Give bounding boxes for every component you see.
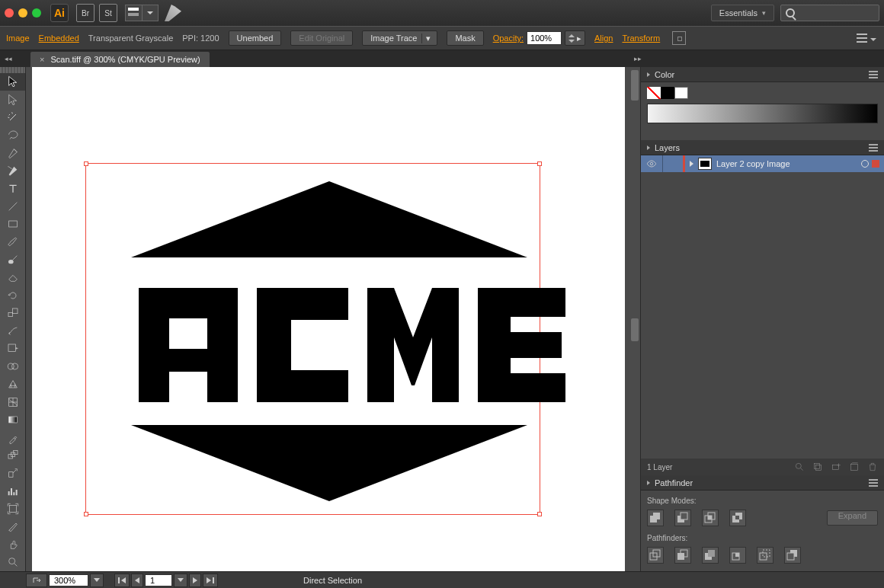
perspective-grid-tool[interactable] bbox=[0, 375, 25, 393]
symbol-sprayer-tool[interactable] bbox=[0, 465, 25, 482]
new-sublayer-icon[interactable] bbox=[831, 462, 841, 472]
opacity-step-button[interactable]: ▸ bbox=[565, 30, 585, 46]
unite-button[interactable] bbox=[647, 510, 664, 526]
white-swatch[interactable] bbox=[674, 87, 688, 99]
zoom-input[interactable]: 300% bbox=[49, 574, 88, 586]
chevron-down-icon[interactable]: ▾ bbox=[421, 34, 434, 43]
divide-button[interactable] bbox=[647, 547, 664, 564]
minus-front-button[interactable] bbox=[674, 510, 691, 526]
free-transform-tool[interactable] bbox=[0, 340, 25, 357]
selection-handle[interactable] bbox=[537, 512, 542, 516]
outline-button[interactable] bbox=[757, 547, 774, 564]
panel-header-color[interactable]: Color bbox=[641, 67, 884, 82]
search-icon[interactable] bbox=[794, 462, 805, 472]
new-layer-icon[interactable] bbox=[849, 462, 860, 472]
make-clipping-mask-icon[interactable] bbox=[812, 462, 823, 472]
minus-back-button[interactable] bbox=[784, 547, 801, 564]
scrollbar-thumb[interactable] bbox=[631, 70, 639, 101]
gradient-tool[interactable] bbox=[0, 411, 25, 429]
panel-menu-icon[interactable] bbox=[869, 144, 878, 152]
vertical-scrollbar[interactable] bbox=[629, 67, 640, 571]
panel-collapse-right-icon[interactable]: ▸▸ bbox=[634, 55, 642, 62]
zoom-tool[interactable] bbox=[0, 553, 25, 570]
shape-builder-tool[interactable] bbox=[0, 358, 25, 375]
document-tab[interactable]: × Scan.tiff @ 300% (CMYK/GPU Preview) bbox=[30, 52, 210, 67]
visibility-toggle[interactable] bbox=[645, 158, 658, 170]
panel-menu-icon[interactable] bbox=[869, 479, 878, 487]
exclude-button[interactable] bbox=[729, 510, 746, 526]
panel-menu-icon[interactable] bbox=[869, 71, 878, 78]
mask-button[interactable]: Mask bbox=[447, 30, 483, 46]
artboard[interactable] bbox=[32, 67, 625, 571]
panel-collapse-icon[interactable] bbox=[647, 481, 650, 485]
last-artboard-button[interactable] bbox=[203, 574, 218, 587]
align-link[interactable]: Align bbox=[594, 34, 613, 43]
merge-button[interactable] bbox=[702, 547, 719, 564]
mesh-tool[interactable] bbox=[0, 393, 25, 411]
unembed-button[interactable]: Unembed bbox=[229, 30, 282, 46]
crop-button[interactable] bbox=[729, 547, 746, 564]
close-icon[interactable]: × bbox=[40, 55, 44, 64]
lasso-tool[interactable] bbox=[0, 126, 25, 144]
artboard-dropdown[interactable] bbox=[174, 574, 187, 587]
eyedropper-tool[interactable] bbox=[0, 429, 25, 446]
hand-tool[interactable] bbox=[0, 535, 25, 553]
artboard-input[interactable]: 1 bbox=[145, 574, 172, 586]
stock-launch-button[interactable]: St bbox=[99, 4, 117, 22]
next-artboard-button[interactable] bbox=[189, 574, 201, 587]
minimize-window-button[interactable] bbox=[18, 8, 27, 18]
prev-artboard-button[interactable] bbox=[131, 574, 143, 587]
search-input[interactable] bbox=[780, 5, 879, 21]
panel-collapse-left-icon[interactable]: ◂◂ bbox=[5, 55, 12, 62]
slice-tool[interactable] bbox=[0, 518, 25, 535]
image-trace-button[interactable]: Image Trace ▾ bbox=[362, 30, 437, 46]
zoom-dropdown[interactable] bbox=[90, 574, 104, 587]
magic-wand-tool[interactable] bbox=[0, 109, 25, 126]
maximize-window-button[interactable] bbox=[32, 8, 41, 18]
layer-name[interactable]: Layer 2 copy Image bbox=[716, 159, 790, 168]
direct-selection-tool[interactable] bbox=[0, 91, 25, 108]
selection-handle[interactable] bbox=[84, 512, 88, 516]
scale-tool[interactable] bbox=[0, 304, 25, 321]
transform-link[interactable]: Transform bbox=[622, 34, 660, 43]
layer-row[interactable]: Layer 2 copy Image bbox=[641, 155, 884, 172]
type-tool[interactable] bbox=[0, 180, 25, 197]
rotate-tool[interactable] bbox=[0, 286, 25, 304]
first-artboard-button[interactable] bbox=[114, 574, 130, 587]
panel-header-layers[interactable]: Layers bbox=[641, 140, 884, 155]
curvature-tool[interactable] bbox=[0, 162, 25, 180]
paintbrush-tool[interactable] bbox=[0, 233, 25, 251]
line-tool[interactable] bbox=[0, 197, 25, 215]
canvas-area[interactable] bbox=[26, 67, 640, 571]
trim-button[interactable] bbox=[674, 547, 691, 564]
opacity-input[interactable]: 100% bbox=[527, 31, 562, 45]
toolbox-grip[interactable] bbox=[0, 67, 25, 73]
arrange-documents-button[interactable] bbox=[125, 5, 159, 21]
export-button[interactable] bbox=[26, 574, 47, 587]
pen-tool[interactable] bbox=[0, 144, 25, 161]
black-swatch[interactable] bbox=[661, 87, 674, 99]
intersect-button[interactable] bbox=[702, 510, 719, 526]
selection-tool[interactable] bbox=[0, 73, 25, 91]
blend-tool[interactable] bbox=[0, 446, 25, 464]
isolate-object-button[interactable] bbox=[672, 31, 686, 45]
panel-header-pathfinder[interactable]: Pathfinder bbox=[641, 475, 884, 491]
artboard-tool[interactable] bbox=[0, 500, 25, 517]
expand-layer-icon[interactable] bbox=[690, 161, 693, 167]
trash-icon[interactable] bbox=[867, 462, 878, 472]
column-graph-tool[interactable] bbox=[0, 482, 25, 500]
workspace-select[interactable]: Essentials ▾ bbox=[711, 5, 774, 21]
no-fill-swatch[interactable] bbox=[647, 87, 661, 99]
panel-collapse-icon[interactable] bbox=[647, 145, 650, 150]
panel-collapse-icon[interactable] bbox=[647, 72, 650, 77]
target-icon[interactable] bbox=[861, 160, 869, 168]
embedded-link[interactable]: Embedded bbox=[39, 34, 79, 43]
blob-brush-tool[interactable] bbox=[0, 251, 25, 268]
grayscale-ramp[interactable] bbox=[647, 104, 878, 123]
gpu-performance-icon[interactable] bbox=[165, 5, 181, 21]
opacity-label[interactable]: Opacity: bbox=[493, 34, 524, 43]
control-menu-button[interactable] bbox=[857, 34, 876, 43]
width-tool[interactable] bbox=[0, 322, 25, 340]
eraser-tool[interactable] bbox=[0, 269, 25, 286]
bridge-launch-button[interactable]: Br bbox=[76, 4, 94, 22]
